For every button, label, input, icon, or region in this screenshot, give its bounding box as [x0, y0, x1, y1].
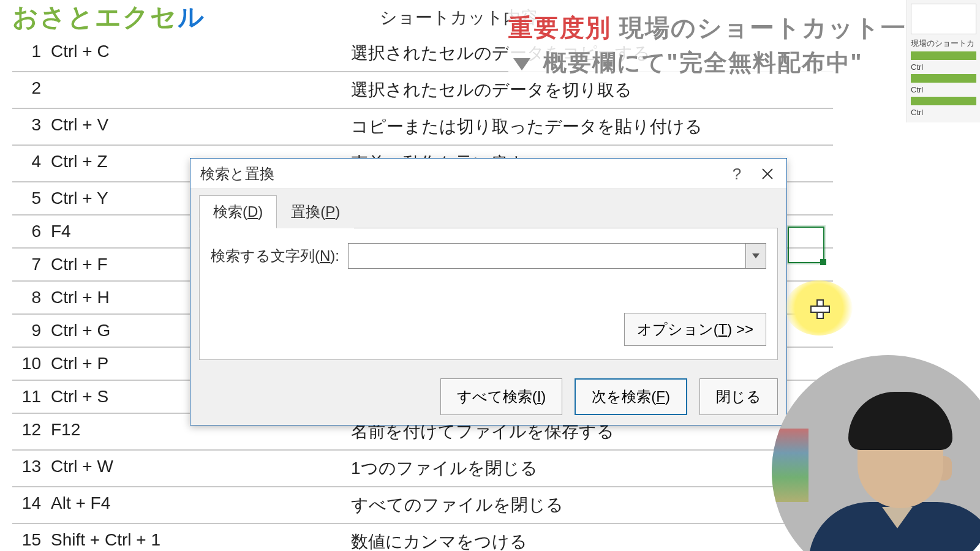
close-button[interactable]	[752, 160, 783, 188]
search-field-row: 検索する文字列(N):	[211, 243, 766, 269]
close-dialog-button[interactable]: 閉じる	[699, 378, 778, 415]
banner-line-2: 概要欄にて"完全無料配布中"	[508, 47, 968, 78]
row-description: 数値にカンマをつける	[346, 524, 833, 551]
row-number: 3	[12, 109, 46, 144]
dialog-tabs: 検索(D) 置換(P)	[199, 195, 778, 228]
find-next-button[interactable]: 次を検索(F)	[575, 378, 687, 415]
row-shortcut: Ctrl + V	[46, 109, 346, 144]
banner-line2-b: "完全無料配布中"	[667, 50, 863, 75]
find-all-button[interactable]: すべて検索(I)	[440, 378, 563, 415]
triangle-down-icon	[513, 58, 530, 70]
table-row[interactable]: 15Shift + Ctrl + 1数値にカンマをつける	[12, 524, 833, 551]
banner-red-text: 重要度別	[508, 14, 611, 41]
table-row[interactable]: 13Ctrl + W1つのファイルを閉じる	[12, 451, 833, 487]
row-number: 14	[12, 487, 46, 523]
options-button[interactable]: オプション(T) >>	[624, 313, 766, 346]
thumbnail-line: Ctrl	[911, 62, 976, 72]
row-number: 6	[12, 216, 46, 247]
banner-line-1: 重要度別 現場のショートカット一覧	[508, 11, 968, 45]
dialog-body: 検索(D) 置換(P) 検索する文字列(N): オプション	[190, 189, 786, 369]
row-shortcut: Ctrl + C	[46, 36, 346, 71]
banner-rest-text: 現場のショートカット一覧	[619, 14, 932, 41]
chevron-down-icon	[752, 253, 760, 258]
row-number: 10	[12, 348, 46, 380]
thumbnail-line: Ctrl	[911, 85, 976, 94]
row-shortcut: Ctrl + W	[46, 451, 346, 486]
row-shortcut	[46, 72, 346, 108]
row-number: 7	[12, 249, 46, 280]
row-number: 8	[12, 282, 46, 313]
webcam-hair	[848, 392, 952, 450]
tab-replace[interactable]: 置換(P)	[277, 195, 354, 228]
thumbnail-bars: Ctrl Ctrl Ctrl	[911, 51, 976, 117]
dialog-title: 検索と置換	[200, 164, 722, 184]
find-replace-dialog: 検索と置換 ? 検索(D) 置換(P) 検索する文字列(N):	[190, 158, 787, 425]
search-input[interactable]	[348, 243, 745, 269]
dialog-titlebar[interactable]: 検索と置換 ?	[190, 159, 786, 189]
search-field-label: 検索する文字列(N):	[211, 246, 339, 266]
help-button[interactable]: ?	[722, 160, 752, 188]
row-number: 15	[12, 524, 46, 551]
row-number: 12	[12, 414, 46, 449]
webcam-collar	[882, 507, 913, 528]
banner-line2-a: 概要欄にて	[543, 50, 667, 75]
thumbnail-bar	[911, 97, 976, 105]
table-row[interactable]: 14Alt + F4すべてのファイルを閉じる	[12, 487, 833, 524]
thumbnail-preview	[911, 4, 976, 34]
row-number: 9	[12, 315, 46, 347]
row-description: すべてのファイルを閉じる	[346, 487, 833, 523]
thumbnail-bar	[911, 74, 976, 83]
row-number: 4	[12, 146, 46, 181]
cursor-highlight	[785, 280, 853, 335]
thumbnail-line: Ctrl	[911, 108, 976, 117]
table-row[interactable]: 3Ctrl + Vコピーまたは切り取ったデータを貼り付ける	[12, 109, 833, 146]
row-shortcut: Shift + Ctrl + 1	[46, 524, 346, 551]
row-number: 1	[12, 36, 46, 71]
row-shortcut: Alt + F4	[46, 487, 346, 523]
row-number: 13	[12, 451, 46, 486]
row-number: 11	[12, 381, 46, 413]
header-description: ショートカット内容	[12, 4, 538, 32]
row-number: 5	[12, 182, 46, 214]
thumbnail-title: 現場のショートカ	[911, 38, 976, 49]
thumbnail-bar	[911, 51, 976, 60]
promo-banner: 重要度別 現場のショートカット一覧 概要欄にて"完全無料配布中"	[508, 6, 968, 83]
tab-content: 検索する文字列(N): オプション(T) >>	[199, 228, 778, 360]
close-icon	[761, 168, 774, 180]
thumbnail-card: 現場のショートカ Ctrl Ctrl Ctrl	[907, 0, 980, 122]
selected-cell-marker[interactable]	[788, 227, 824, 263]
options-row: オプション(T) >>	[211, 313, 766, 346]
search-dropdown-button[interactable]	[745, 243, 766, 269]
search-combobox	[348, 243, 766, 269]
tab-search[interactable]: 検索(D)	[199, 195, 277, 228]
excel-cursor-icon	[810, 299, 827, 317]
row-description: 1つのファイルを閉じる	[346, 451, 833, 486]
row-number: 2	[12, 72, 46, 108]
dialog-footer: すべて検索(I) 次を検索(F) 閉じる	[190, 369, 786, 425]
webcam-background	[772, 429, 809, 502]
row-description: コピーまたは切り取ったデータを貼り付ける	[346, 109, 833, 144]
